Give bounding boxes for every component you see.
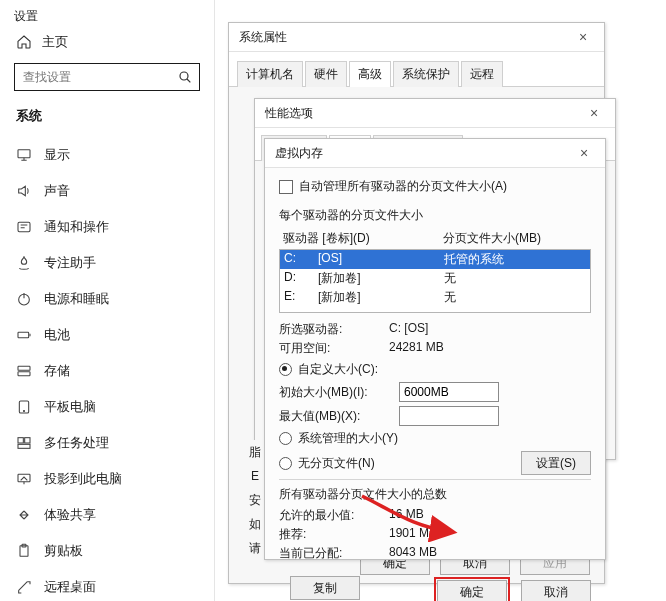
drive-row[interactable]: D:[新加卷]无 xyxy=(280,269,590,288)
sidebar-item-label: 通知和操作 xyxy=(44,218,109,236)
sidebar-item-label: 体验共享 xyxy=(44,506,96,524)
sidebar-item-label: 电池 xyxy=(44,326,70,344)
sidebar-item-storage[interactable]: 存储 xyxy=(14,353,200,389)
sidebar-item-project[interactable]: 投影到此电脑 xyxy=(14,461,200,497)
svg-rect-4 xyxy=(18,332,29,337)
close-icon[interactable]: × xyxy=(569,145,599,161)
sidebar-item-shared[interactable]: 体验共享 xyxy=(14,497,200,533)
radio-system-label: 系统管理的大小(Y) xyxy=(298,430,398,447)
drive-letter: C: xyxy=(284,251,318,268)
focus-icon xyxy=(16,255,32,271)
svg-point-8 xyxy=(23,410,24,411)
sidebar-item-clipboard[interactable]: 剪贴板 xyxy=(14,533,200,569)
auto-manage-checkbox[interactable]: 自动管理所有驱动器的分页文件大小(A) xyxy=(279,178,507,195)
display-icon xyxy=(16,147,32,163)
svg-rect-11 xyxy=(18,444,30,448)
svg-rect-9 xyxy=(18,438,23,443)
sidebar-item-display[interactable]: 显示 xyxy=(14,137,200,173)
partial-char: 如 xyxy=(246,512,264,536)
drive-pagefile: 无 xyxy=(444,289,456,306)
drive-row[interactable]: C:[OS]托管的系统 xyxy=(280,250,590,269)
radio-icon xyxy=(279,432,292,445)
search-input[interactable] xyxy=(21,69,177,85)
sidebar-item-label: 远程桌面 xyxy=(44,578,96,596)
sidebar-item-multitask[interactable]: 多任务处理 xyxy=(14,425,200,461)
svg-rect-12 xyxy=(18,474,30,481)
recommended-label: 推荐: xyxy=(279,526,389,543)
svg-rect-10 xyxy=(25,438,30,443)
radio-system-managed[interactable]: 系统管理的大小(Y) xyxy=(279,430,591,447)
vmem-cancel-button[interactable]: 取消 xyxy=(521,580,591,601)
partial-char: 请 xyxy=(246,536,264,560)
radio-custom-size[interactable]: 自定义大小(C): xyxy=(279,361,591,378)
checkbox-icon xyxy=(279,180,293,194)
sidebar-item-power[interactable]: 电源和睡眠 xyxy=(14,281,200,317)
selected-drive-label: 所选驱动器: xyxy=(279,321,389,338)
free-space-value: 24281 MB xyxy=(389,340,444,357)
notify-icon xyxy=(16,219,32,235)
multitask-icon xyxy=(16,435,32,451)
sysprops-tab[interactable]: 系统保护 xyxy=(393,61,459,87)
sidebar-item-label: 平板电脑 xyxy=(44,398,96,416)
partial-char: 脂 xyxy=(246,440,264,464)
initial-size-input[interactable] xyxy=(399,382,499,402)
drive-pagefile: 托管的系统 xyxy=(444,251,504,268)
storage-icon xyxy=(16,363,32,379)
search-input-wrap[interactable] xyxy=(14,63,200,91)
set-button[interactable]: 设置(S) xyxy=(521,451,591,475)
sidebar-home-label: 主页 xyxy=(42,33,68,51)
drive-letter: D: xyxy=(284,270,318,287)
sidebar-home[interactable]: 主页 xyxy=(16,33,200,51)
radio-icon xyxy=(279,363,292,376)
sidebar-item-sound[interactable]: 声音 xyxy=(14,173,200,209)
project-icon xyxy=(16,471,32,487)
sidebar-item-tablet[interactable]: 平板电脑 xyxy=(14,389,200,425)
free-space-label: 可用空间: xyxy=(279,340,389,357)
currently-allocated-value: 8043 MB xyxy=(389,545,437,562)
per-drive-group-label: 每个驱动器的分页文件大小 xyxy=(279,207,591,224)
svg-rect-2 xyxy=(18,222,30,231)
totals-header: 所有驱动器分页文件大小的总数 xyxy=(279,486,591,503)
drive-list[interactable]: C:[OS]托管的系统D:[新加卷]无E:[新加卷]无 xyxy=(279,249,591,313)
sidebar-item-label: 专注助手 xyxy=(44,254,96,272)
drive-row[interactable]: E:[新加卷]无 xyxy=(280,288,590,307)
sysprops-tab[interactable]: 硬件 xyxy=(305,61,347,87)
svg-point-0 xyxy=(180,72,188,80)
auto-manage-label: 自动管理所有驱动器的分页文件大小(A) xyxy=(299,178,507,195)
svg-rect-5 xyxy=(18,366,30,370)
sidebar-item-focus[interactable]: 专注助手 xyxy=(14,245,200,281)
search-icon xyxy=(177,69,193,85)
sidebar-item-label: 投影到此电脑 xyxy=(44,470,122,488)
sidebar-item-label: 存储 xyxy=(44,362,70,380)
sound-icon xyxy=(16,183,32,199)
radio-custom-label: 自定义大小(C): xyxy=(298,361,378,378)
sysprops-tab[interactable]: 计算机名 xyxy=(237,61,303,87)
close-icon[interactable]: × xyxy=(579,105,609,121)
sidebar-item-battery[interactable]: 电池 xyxy=(14,317,200,353)
sidebar-item-remote[interactable]: 远程桌面 xyxy=(14,569,200,601)
max-size-input[interactable] xyxy=(399,406,499,426)
radio-none-label: 无分页文件(N) xyxy=(298,455,375,472)
partial-char: 安 xyxy=(246,488,264,512)
col-drive: 驱动器 [卷标](D) xyxy=(283,230,443,247)
sysprops-tabs: 计算机名硬件高级系统保护远程 xyxy=(229,52,604,87)
radio-no-paging[interactable]: 无分页文件(N) xyxy=(279,455,375,472)
partial-window-text: 脂E安如请 xyxy=(246,440,264,570)
sysprops-tab[interactable]: 远程 xyxy=(461,61,503,87)
remote-icon xyxy=(16,579,32,595)
max-size-label: 最大值(MB)(X): xyxy=(279,408,389,425)
vmem-ok-button[interactable]: 确定 xyxy=(437,580,507,601)
settings-sidebar: 设置 主页 系统 显示声音通知和操作专注助手电源和睡眠电池存储平板电脑多任务处理… xyxy=(0,0,215,601)
partial-char: E xyxy=(246,464,264,488)
sidebar-item-notify[interactable]: 通知和操作 xyxy=(14,209,200,245)
sysprops-tab[interactable]: 高级 xyxy=(349,61,391,87)
drive-label: [OS] xyxy=(318,251,444,268)
settings-app-title: 设置 xyxy=(14,8,200,25)
close-icon[interactable]: × xyxy=(568,29,598,45)
sysprops-title: 系统属性 xyxy=(239,29,287,46)
home-icon xyxy=(16,34,32,50)
shared-icon xyxy=(16,507,32,523)
sidebar-item-label: 声音 xyxy=(44,182,70,200)
drive-pagefile: 无 xyxy=(444,270,456,287)
sidebar-item-label: 剪贴板 xyxy=(44,542,83,560)
